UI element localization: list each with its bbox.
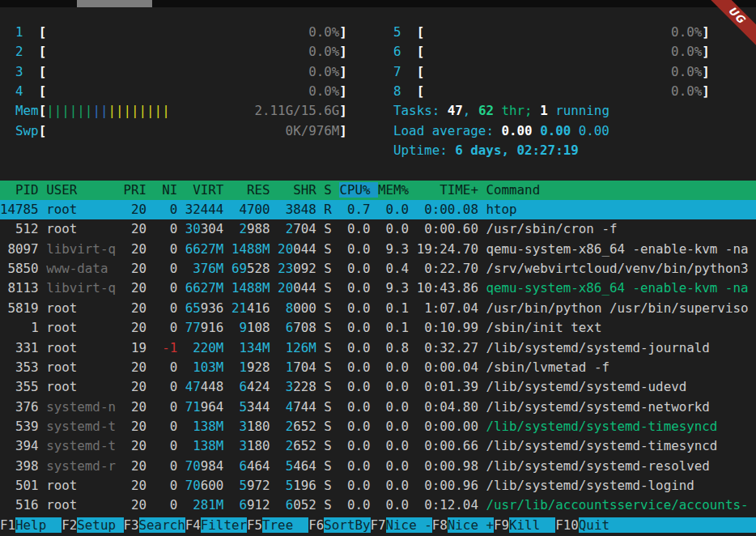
- process-row[interactable]: 8097 libvirt-q 20 0 6627M 1488M 20044 S …: [0, 240, 756, 259]
- column-header-mem[interactable]: MEM%: [378, 182, 417, 198]
- cell-value: 180: [247, 438, 270, 453]
- cpu-meter-label: 7: [393, 64, 401, 79]
- meter-open-bracket: [: [39, 123, 47, 138]
- spacer: [401, 24, 417, 40]
- cpu-meter-value: 0.0%: [671, 24, 702, 40]
- cell-value: S: [324, 340, 332, 355]
- spacer: [147, 497, 155, 513]
- cell-res: 1928: [231, 359, 278, 375]
- mem-tasks-row: Mem[|||||||||||||||| 2.11G/15.6G] Tasks:…: [0, 101, 756, 121]
- cell-value: 134M: [239, 340, 270, 355]
- process-row[interactable]: 8113 libvirt-q 20 0 6627M 1488M 20044 S …: [0, 279, 756, 298]
- process-row[interactable]: 501 root 20 0 70600 5972 5196 S 0.0 0.0 …: [0, 476, 756, 496]
- process-row[interactable]: 394 systemd-t 20 0 138M 3180 2652 S 0.0 …: [0, 436, 756, 456]
- column-header-time[interactable]: TIME+: [417, 182, 486, 198]
- process-row[interactable]: 331 root 19 -1 220M 134M 126M S 0.0 0.8 …: [0, 338, 756, 358]
- spacer: [316, 241, 325, 257]
- spacer: [332, 497, 340, 513]
- spacer: [316, 340, 325, 355]
- column-header-label: VIRT: [193, 182, 223, 198]
- spacer: [270, 221, 278, 236]
- spacer: [223, 497, 231, 513]
- cell-pid: 355: [0, 379, 46, 394]
- cell-pri: 20: [123, 419, 154, 434]
- window-top-strip: [0, 0, 756, 7]
- spacer: [316, 399, 325, 415]
- column-header-shr[interactable]: SHR: [278, 182, 324, 198]
- column-header-pri[interactable]: PRI: [124, 182, 155, 198]
- process-row[interactable]: 14785 root 20 0 32444 4700 3848 R 0.7 0.…: [0, 200, 756, 219]
- cell-value: root: [46, 359, 77, 375]
- spacer: [339, 419, 347, 434]
- process-row[interactable]: 1 root 20 0 77916 9108 6708 S 0.0 0.1 0:…: [0, 318, 756, 338]
- fnkey-sortby[interactable]: F6SortBy: [308, 517, 370, 533]
- cell-value: 180: [247, 419, 270, 434]
- column-header-user[interactable]: USER: [46, 182, 123, 198]
- cell-res: 6464: [231, 458, 278, 474]
- fnkey-search[interactable]: F3Search: [124, 517, 185, 533]
- cell-value: 0: [170, 241, 178, 257]
- spacer: [378, 340, 386, 355]
- cell-value: 0.0: [386, 379, 410, 394]
- cell-value: /usr/bin/python /usr/bin/superviso: [486, 300, 748, 316]
- cell-virt: 71964: [185, 399, 231, 415]
- process-row[interactable]: 355 root 20 0 47448 6424 3228 S 0.0 0.0 …: [0, 377, 756, 397]
- spacer: [177, 280, 185, 296]
- process-row[interactable]: 5819 root 20 0 65936 21416 8000 S 0.0 0.…: [0, 299, 756, 318]
- fnkey-kill[interactable]: F9Kill: [494, 517, 555, 533]
- process-row[interactable]: 516 root 20 0 281M 6912 6052 S 0.0 0.0 0…: [0, 496, 756, 515]
- fnkey-nice-[interactable]: F7Nice -: [371, 517, 432, 533]
- column-header-cmd[interactable]: Command: [486, 182, 756, 198]
- column-header-virt[interactable]: VIRT: [185, 182, 231, 198]
- cell-value: 528: [247, 261, 270, 276]
- blank-row: [0, 160, 756, 180]
- spacer: [0, 143, 393, 158]
- spacer: [124, 221, 132, 236]
- fnkey-filter[interactable]: F4Filter: [185, 517, 247, 533]
- fnkey-tree[interactable]: F5Tree: [247, 517, 308, 533]
- column-header-cpu[interactable]: CPU%: [339, 182, 378, 198]
- fnkey-label: Search: [139, 517, 185, 533]
- mem-bar-green: ||||||: [46, 103, 92, 118]
- cell-mem: 9.3: [378, 241, 417, 257]
- spacer: [278, 202, 286, 217]
- cell-value: 8097: [8, 241, 39, 257]
- cell-pri: 20: [123, 399, 154, 415]
- spacer: [401, 83, 417, 99]
- fnkey-setup[interactable]: F2Setup: [62, 517, 123, 533]
- column-header-s[interactable]: S: [324, 182, 339, 198]
- column-header-res[interactable]: RES: [231, 182, 278, 198]
- column-header-pid[interactable]: PID: [0, 182, 46, 198]
- spacer: [147, 280, 155, 296]
- fnkey-nice-[interactable]: F8Nice +: [432, 517, 494, 533]
- fnkey-help[interactable]: F1Help: [0, 517, 62, 533]
- spacer: [378, 300, 386, 316]
- cpu-meter-value: 0.0%: [308, 24, 339, 40]
- cell-cpu: 0.0: [339, 221, 378, 236]
- cell-value: /lib/systemd/systemd-journald: [486, 340, 709, 355]
- process-row[interactable]: 539 systemd-t 20 0 138M 3180 2652 S 0.0 …: [0, 417, 756, 436]
- process-row[interactable]: 353 root 20 0 103M 1928 1704 S 0.0 0.0 0…: [0, 358, 756, 377]
- column-header-ni[interactable]: NI: [155, 182, 185, 198]
- process-row[interactable]: 376 systemd-n 20 0 71964 5344 4744 S 0.0…: [0, 398, 756, 417]
- spacer: [409, 379, 417, 394]
- spacer: [417, 202, 425, 217]
- tasks-segment: 1: [540, 103, 548, 118]
- column-header-label: USER: [46, 182, 77, 198]
- load-segment: [571, 123, 579, 138]
- spacer: [185, 438, 193, 453]
- process-row[interactable]: 5850 www-data 20 0 376M 69528 23092 S 0.…: [0, 259, 756, 279]
- cell-res: 21416: [231, 300, 278, 316]
- cell-pri: 20: [124, 202, 155, 217]
- cell-value: 0:04.80: [424, 399, 478, 415]
- spacer: [424, 24, 671, 40]
- cell-value: S: [324, 359, 332, 375]
- cell-mem: 0.0: [378, 202, 417, 217]
- process-row[interactable]: 398 systemd-r 20 0 70984 6464 5464 S 0.0…: [0, 457, 756, 476]
- cell-value: S: [324, 399, 332, 415]
- fnkey-quit[interactable]: F10Quit: [555, 517, 609, 533]
- spacer: [371, 202, 379, 217]
- cell-value: 6: [286, 497, 294, 513]
- process-row[interactable]: 512 root 20 0 30304 2988 2704 S 0.0 0.0 …: [0, 219, 756, 239]
- spacer: [155, 359, 170, 375]
